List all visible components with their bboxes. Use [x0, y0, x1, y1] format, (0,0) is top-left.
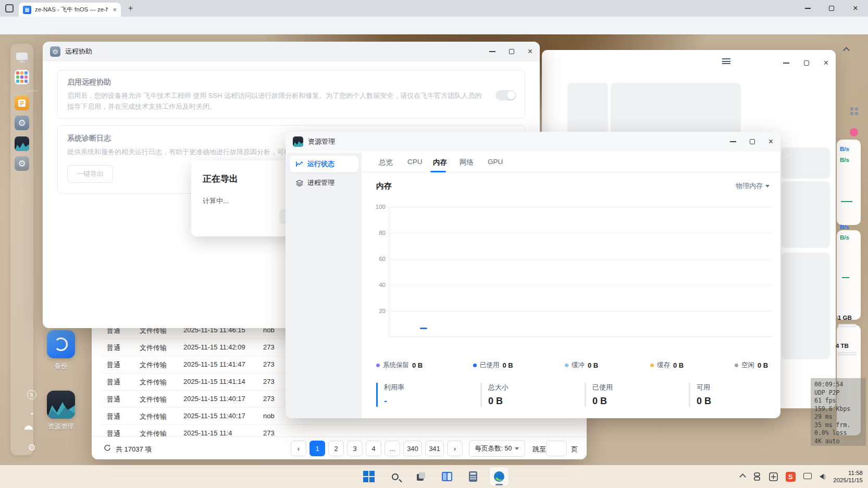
next-page-button[interactable]: ›	[447, 441, 463, 456]
taskbar-taskview-icon[interactable]	[412, 467, 430, 486]
dock-settings2-icon[interactable]: ⚙	[15, 156, 29, 171]
widget-upload-rate: B/s	[840, 146, 849, 152]
screen: ▦ ze-NAS - 飞牛 fnOS --- ze-NAS - × + × ← …	[0, 0, 868, 488]
dock-resource-monitor-icon[interactable]	[15, 136, 29, 151]
dock-divider	[26, 91, 39, 91]
desktop-icon-resource-manager[interactable]: 资源管理	[46, 391, 76, 431]
window-maximize-icon[interactable]	[804, 60, 809, 66]
window-maximize-icon[interactable]	[509, 49, 514, 54]
tab-close-icon[interactable]: ×	[113, 6, 117, 13]
page-button[interactable]: 3	[347, 441, 363, 456]
line-chart-icon	[296, 161, 303, 167]
window-minimize-icon[interactable]	[489, 51, 495, 52]
tray-expand-icon[interactable]	[739, 473, 746, 480]
y-tick: 100	[368, 204, 386, 210]
page-button[interactable]: 341	[425, 441, 444, 456]
page-button[interactable]: 4	[366, 441, 381, 456]
dock-display-icon[interactable]	[15, 50, 29, 65]
taskbar-files-icon[interactable]	[438, 467, 456, 486]
table-row-clipped[interactable]: 普通文件传输 2025-11-15 11:4273	[92, 425, 587, 436]
browser-minimize-button[interactable]	[796, 0, 819, 17]
remote-assist-app-icon: ⚙	[50, 46, 60, 57]
section-title: 内存	[376, 181, 392, 191]
tray-network-icon[interactable]	[803, 472, 812, 481]
tab-cpu[interactable]: CPU	[407, 158, 423, 166]
widget-grid-icon[interactable]	[850, 107, 858, 115]
page-button[interactable]: 1	[309, 441, 325, 456]
sidebar-item-runtime-status[interactable]: 运行状态	[290, 156, 358, 172]
tray-input-method-icon[interactable]	[769, 472, 778, 481]
remote-assist-titlebar[interactable]: ⚙ 远程协助 ×	[43, 42, 540, 61]
tray-app-icon[interactable]	[753, 472, 761, 481]
window-close-icon[interactable]: ×	[528, 47, 532, 56]
card-title: 启用远程协助	[67, 78, 111, 87]
page-ellipsis[interactable]: ...	[385, 441, 400, 456]
stat-used: 已使用0 B	[585, 383, 678, 407]
page-size-select[interactable]: 每页条数: 50	[469, 440, 525, 457]
prev-page-button[interactable]: ‹	[291, 441, 306, 456]
pagination-bar: 共 17037 项 ‹ 1 2 3 4 ... 340 341 › 每页条数: …	[92, 436, 587, 459]
dock-settings-icon[interactable]: ⚙	[15, 116, 29, 130]
legend-item: 缓冲0 B	[565, 361, 598, 370]
window-maximize-icon[interactable]	[750, 139, 755, 144]
new-tab-button[interactable]: +	[128, 4, 133, 13]
widget-pink-icon[interactable]	[850, 128, 858, 136]
fnos-dock: ⚙ ⚙ ⇅ ⚙	[10, 44, 33, 455]
total-count: 共 17037 项	[116, 445, 152, 454]
resource-tabs: 总览 CPU 内存 网络 GPU	[362, 153, 780, 172]
remote-assist-toggle[interactable]	[495, 90, 516, 101]
start-button[interactable]	[359, 467, 378, 486]
resource-sidebar: 运行状态 进程管理	[286, 153, 362, 418]
page-button[interactable]: 340	[403, 441, 422, 456]
export-button[interactable]: 一键导出	[67, 165, 113, 183]
desktop-icon-backup[interactable]: 备份	[46, 330, 76, 371]
dock-notification-bell-icon[interactable]	[26, 407, 38, 418]
stream-stats-overlay: 00:09:54 UDP P2P 61 fps 159.6 Kbps 29 ms…	[811, 378, 866, 446]
placeholder-card	[782, 147, 830, 179]
tray-volume-icon[interactable]: )	[820, 474, 825, 480]
dock-transfer-icon[interactable]: ⇅	[26, 389, 38, 400]
jump-page-input[interactable]	[546, 441, 567, 456]
dock-gear-icon[interactable]: ⚙	[26, 442, 38, 454]
taskbar-clock[interactable]: 11:58 2025/11/15	[833, 469, 863, 484]
browser-maximize-button[interactable]	[820, 0, 843, 17]
dock-notes-icon[interactable]	[15, 96, 29, 110]
hamburger-menu-icon[interactable]	[722, 58, 730, 64]
window-close-icon[interactable]: ×	[824, 59, 828, 67]
x-axis	[389, 336, 772, 337]
window-minimize-icon[interactable]	[730, 141, 736, 142]
taskbar-search-icon[interactable]	[386, 467, 404, 486]
legend-item: 系统保留0 B	[376, 361, 423, 370]
browser-close-button[interactable]: ×	[844, 0, 867, 17]
window-close-icon[interactable]: ×	[768, 137, 773, 146]
sidebar-item-process-manager[interactable]: 进程管理	[290, 174, 358, 191]
refresh-list-icon[interactable]	[103, 444, 111, 454]
browser-tab[interactable]: ▦ ze-NAS - 飞牛 fnOS --- ze-NAS - ×	[19, 3, 121, 17]
chevron-down-icon	[765, 185, 770, 187]
active-tab-underline	[430, 171, 446, 172]
tab-memory[interactable]: 内存	[433, 158, 447, 167]
resource-manager-titlebar[interactable]: 资源管理 ×	[286, 132, 780, 152]
tab-title: ze-NAS - 飞牛 fnOS --- ze-NAS -	[35, 6, 108, 14]
card-description: 启用后，您的设备将允许 飞牛技术工程师 使用 SSH 远程访问以进行故障分析和修…	[67, 90, 484, 112]
tab-search-icon[interactable]	[5, 4, 14, 12]
taskbar-edge-icon[interactable]	[490, 467, 509, 486]
site-favicon: ▦	[23, 6, 31, 14]
tab-gpu[interactable]: GPU	[488, 158, 503, 166]
window-minimize-icon[interactable]	[783, 62, 789, 64]
dock-appcenter-icon[interactable]	[15, 70, 29, 84]
page-button[interactable]: 2	[328, 441, 344, 456]
windows-taskbar: S ) 11:58 2025/11/15	[0, 465, 868, 488]
placeholder-card	[782, 253, 830, 359]
tab-network[interactable]: 网络	[460, 158, 474, 167]
tray-sunlogin-icon[interactable]: S	[786, 472, 796, 482]
taskbar-calculator-icon[interactable]	[464, 467, 482, 486]
desktop-icon-label: 备份	[46, 362, 76, 371]
jump-label: 跳至	[532, 445, 546, 454]
layers-icon	[296, 180, 303, 186]
resource-manager-window: 资源管理 × 运行状态 进程管理 总览 CPU 内存 网络 GPU	[286, 132, 780, 418]
tab-overview[interactable]: 总览	[379, 158, 393, 167]
widget-memory-bar	[838, 324, 857, 327]
dock-user-icon[interactable]	[26, 424, 38, 436]
memory-type-selector[interactable]: 物理内存	[736, 181, 770, 191]
